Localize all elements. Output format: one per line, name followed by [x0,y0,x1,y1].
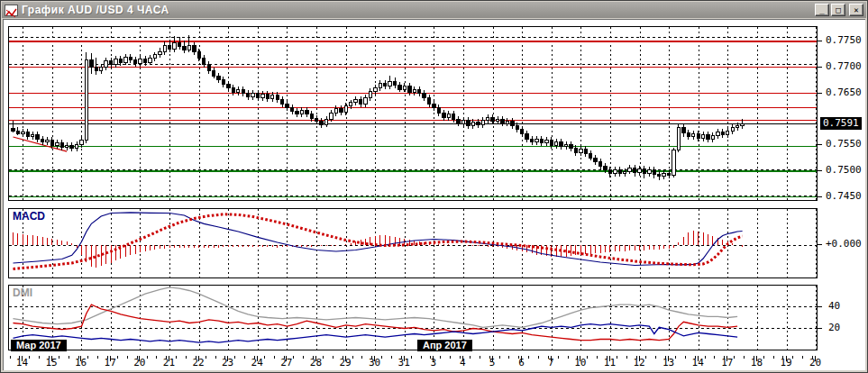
axis-day-label: 19 [774,357,798,368]
axis-day-label: 14 [10,357,33,368]
chart-icon [5,5,18,16]
axis-day-label: 12 [627,357,651,368]
month-label-apr: Апр 2017 [417,340,472,351]
maximize-button[interactable]: □ [831,4,845,16]
price-tick [818,144,822,145]
month-label-mar: Мар 2017 [11,340,67,351]
window-title: График AUD /USD 4 ЧАСА [22,4,815,16]
axis-day-label: 31 [392,357,416,368]
axis-day-label: 21 [157,357,180,368]
axis-day-label: 10 [569,357,592,368]
axis-day-label: 30 [363,357,387,368]
dmi-level-40-label: 40 [828,300,840,312]
axis-day-label: 20 [804,357,827,368]
price-axis-label: 0.7450 [826,190,862,202]
axis-day-label: 4 [451,357,474,368]
axis-day-label: 7 [539,357,562,368]
macd-canvas[interactable] [9,209,817,277]
axis-day-label: 20 [128,357,151,368]
axis-day-label: 22 [187,357,210,368]
price-tick [818,170,822,171]
price-tick [818,196,822,197]
minimize-button[interactable]: _ [815,4,829,16]
macd-indicator-label: MACD [13,210,45,223]
axis-day-label: 17 [98,357,122,368]
axis-day-label: 17 [716,357,739,368]
axis-day-label: 29 [333,357,357,368]
macd-panel[interactable]: MACD [8,208,818,278]
title-bar[interactable]: График AUD /USD 4 ЧАСА _ □ ✕ [2,2,866,18]
dmi-panel[interactable]: DMI [8,285,818,350]
dmi-canvas[interactable] [9,286,817,350]
axis-day-label: 13 [657,357,681,368]
price-axis-label: 0.7750 [826,34,862,46]
macd-zero-label: +0.000 [826,238,862,250]
axis-day-label: 3 [422,357,445,368]
indicator-axis-tick [818,306,822,307]
axis-day-label: 16 [69,357,93,368]
chart-window: График AUD /USD 4 ЧАСА _ □ ✕ MACD DMI 0.… [0,0,868,373]
axis-day-label: 6 [510,357,534,368]
dmi-indicator-label: DMI [13,287,32,299]
price-tick [818,67,822,68]
close-button[interactable]: ✕ [849,4,863,16]
price-tick [818,93,822,94]
indicator-axis-tick [818,244,822,245]
price-tick [818,41,822,41]
price-axis-label: 0.7500 [826,164,862,176]
current-price-badge: 0.7591 [820,117,862,130]
price-axis-label: 0.7650 [826,86,862,98]
axis-day-label: 15 [40,357,63,368]
axis-day-label: 14 [686,357,709,368]
axis-day-label: 5 [480,357,504,368]
indicator-axis-tick [818,328,822,329]
price-axis-label: 0.7700 [826,60,862,72]
axis-day-label: 23 [216,357,240,368]
axis-day-label: 24 [245,357,269,368]
axis-day-label: 18 [745,357,768,368]
dmi-level-20-label: 20 [828,322,840,333]
axis-day-label: 11 [598,357,621,368]
price-axis-label: 0.7550 [826,138,862,150]
price-chart-panel[interactable] [8,26,818,201]
axis-day-label: 28 [304,357,327,368]
axis-day-label: 27 [275,357,298,368]
candlestick-canvas[interactable] [9,27,817,200]
